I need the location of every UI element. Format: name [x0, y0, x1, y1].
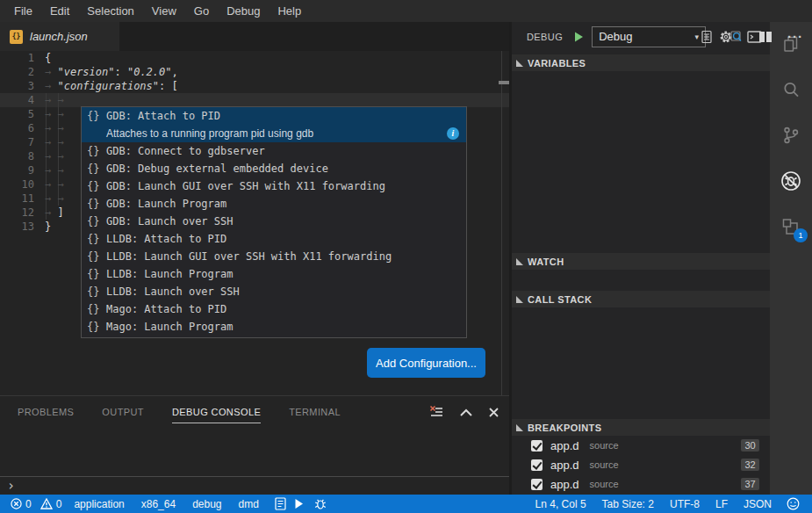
- repl-divider: [0, 476, 509, 477]
- suggest-item[interactable]: {}GDB: Launch over SSH: [82, 213, 466, 230]
- breakpoint-checkbox[interactable]: [531, 459, 543, 471]
- breakpoint-checkbox[interactable]: [531, 479, 543, 490]
- menu-item-go[interactable]: Go: [185, 0, 218, 22]
- search-icon[interactable]: [780, 78, 802, 101]
- more-actions-icon[interactable]: ···: [787, 29, 803, 44]
- panel-tab-problems[interactable]: PROBLEMS: [18, 407, 74, 423]
- section-header-call-stack[interactable]: CALL STACK: [512, 291, 770, 307]
- whitespace-arrows: →: [45, 80, 57, 92]
- twistie-icon: [516, 424, 523, 431]
- section-header-breakpoints[interactable]: BREAKPOINTS: [512, 419, 770, 436]
- scrollbar-slider[interactable]: [499, 81, 509, 84]
- suggest-item[interactable]: {}GDB: Launch GUI over SSH with X11 forw…: [82, 177, 466, 195]
- debug-config-dropdown[interactable]: Debug ▾: [592, 26, 706, 47]
- suggest-item[interactable]: {}LLDB: Attach to PID: [82, 230, 466, 248]
- breakpoints-list: app.dsource30app.dsource32app.dsource37: [512, 436, 770, 494]
- menu-item-help[interactable]: Help: [269, 0, 310, 22]
- line-number: 9: [0, 163, 40, 177]
- suggest-item[interactable]: {}GDB: Debug external embedded device: [82, 160, 466, 177]
- problems-summary[interactable]: 0 0: [11, 498, 61, 510]
- suggest-widget: {}GDB: Attach to PIDAttaches to a runnin…: [81, 106, 467, 338]
- breakpoint-row[interactable]: app.dsource37: [512, 474, 770, 494]
- line-content: → →: [40, 191, 70, 206]
- whitespace-arrows: →: [45, 206, 57, 219]
- extensions-icon[interactable]: 1: [780, 215, 802, 238]
- code-line[interactable]: 3→ "configurations": [: [0, 79, 509, 93]
- bottom-panel: PROBLEMSOUTPUTDEBUG CONSOLETERMINAL ›: [0, 395, 509, 495]
- snippet-icon: {}: [87, 160, 106, 177]
- suggest-item[interactable]: {}LLDB: Launch over SSH: [82, 283, 466, 300]
- suggest-item[interactable]: {}Mago: Attach to PID: [82, 300, 466, 318]
- panel-tab-output[interactable]: OUTPUT: [102, 407, 144, 423]
- line-number: 5: [0, 107, 40, 121]
- close-panel-icon[interactable]: [489, 408, 499, 417]
- suggest-item-label: GDB: Launch over SSH: [106, 213, 234, 230]
- menu-item-view[interactable]: View: [143, 0, 185, 22]
- search-editor-icon[interactable]: [729, 29, 744, 44]
- breakpoint-row[interactable]: app.dsource32: [512, 455, 770, 474]
- status-item-debug[interactable]: debug: [188, 498, 226, 510]
- breakpoint-checkbox[interactable]: [531, 440, 543, 452]
- section-header-watch[interactable]: WATCH: [512, 253, 770, 270]
- suggest-item-label: GDB: Debug external embedded device: [106, 160, 328, 177]
- status-item-ln-4-col-5[interactable]: Ln 4, Col 5: [535, 498, 586, 510]
- suggest-item[interactable]: {}GDB: Launch Program: [82, 195, 466, 213]
- menu-item-file[interactable]: File: [5, 0, 41, 22]
- status-item-tab-size-2[interactable]: Tab Size: 2: [602, 498, 654, 510]
- activity-bar: 1: [770, 22, 812, 495]
- status-item-lf[interactable]: LF: [715, 498, 728, 510]
- suggest-item[interactable]: {}Mago: Launch Program: [82, 318, 466, 336]
- line-number: 1: [0, 51, 40, 65]
- whitespace-arrows: → →: [45, 192, 70, 205]
- section-header-variables[interactable]: VARIABLES: [512, 54, 770, 71]
- status-item-json[interactable]: JSON: [744, 498, 772, 510]
- section-title: WATCH: [528, 256, 564, 267]
- bug-icon[interactable]: [313, 497, 327, 510]
- split-editor-icon[interactable]: [758, 31, 772, 43]
- repl-prompt[interactable]: ›: [7, 478, 15, 494]
- info-icon[interactable]: i: [447, 127, 459, 140]
- status-item-x86_64[interactable]: x86_64: [137, 498, 180, 510]
- open-preview-icon[interactable]: [700, 30, 714, 44]
- suggest-item-detail: Attaches to a running program pid using …: [82, 125, 466, 142]
- suggest-item-label: LLDB: Launch Program: [106, 265, 234, 283]
- code-line[interactable]: 4→ →: [0, 93, 509, 107]
- line-content: }: [40, 220, 51, 234]
- menu-item-selection[interactable]: Selection: [78, 0, 142, 22]
- run-icon[interactable]: [294, 498, 304, 509]
- status-item-dmd[interactable]: dmd: [234, 498, 263, 510]
- debug-icon[interactable]: [780, 170, 802, 192]
- panel-tabs: PROBLEMSOUTPUTDEBUG CONSOLETERMINAL: [18, 407, 341, 423]
- tab-launch-json[interactable]: {} launch.json: [0, 22, 119, 51]
- code-line[interactable]: 2→ "version": "0.2.0",: [0, 65, 509, 79]
- line-number: 2: [0, 65, 40, 79]
- line-number: 13: [0, 220, 40, 234]
- suggest-item[interactable]: {}GDB: Connect to gdbserver: [82, 142, 466, 160]
- add-configuration-button[interactable]: Add Configuration...: [367, 348, 485, 378]
- maximize-panel-icon[interactable]: [460, 408, 472, 416]
- menu-item-debug[interactable]: Debug: [218, 0, 269, 22]
- code-line[interactable]: 1{: [0, 51, 509, 65]
- twistie-icon: [516, 60, 523, 67]
- status-left-items: applicationx86_64debugdmd: [69, 498, 262, 510]
- start-debug-icon[interactable]: [572, 31, 585, 43]
- status-item-application[interactable]: application: [69, 498, 128, 510]
- feedback-smiley-icon[interactable]: [787, 497, 800, 510]
- panel-tab-terminal[interactable]: TERMINAL: [289, 407, 341, 423]
- project-file-icon[interactable]: [275, 497, 286, 510]
- suggest-item[interactable]: {}LLDB: Launch Program: [82, 265, 466, 283]
- suggest-item[interactable]: {}LLDB: Launch GUI over SSH with X11 for…: [82, 248, 466, 265]
- source-control-icon[interactable]: [780, 124, 802, 147]
- menu-item-edit[interactable]: Edit: [41, 0, 78, 22]
- clear-console-icon[interactable]: [429, 405, 443, 419]
- breakpoint-row[interactable]: app.dsource30: [512, 436, 770, 455]
- whitespace-arrows: → →: [45, 94, 70, 106]
- panel-tab-debug-console[interactable]: DEBUG CONSOLE: [172, 407, 261, 423]
- suggest-item[interactable]: {}GDB: Attach to PID: [82, 107, 466, 125]
- debug-config-name: Debug: [599, 30, 694, 43]
- extensions-badge: 1: [794, 228, 808, 242]
- line-content: → →: [40, 163, 70, 177]
- status-right: Ln 4, Col 5Tab Size: 2UTF-8LFJSON: [535, 497, 812, 510]
- status-item-utf-8[interactable]: UTF-8: [670, 498, 700, 510]
- snippet-icon: {}: [87, 230, 106, 248]
